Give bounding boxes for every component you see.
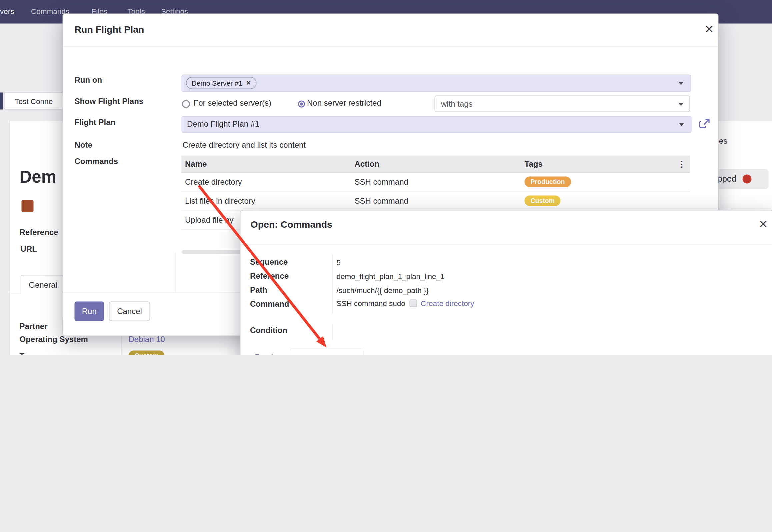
reference-label: Reference [250,272,289,281]
row-action: SSH command [355,178,408,187]
status-badge: pped [713,169,769,189]
command-value-row: SSH command sudo Create directory [337,299,474,308]
radio-selected-dot [300,103,303,106]
cancel-button-label: Cancel [117,307,142,316]
status-label-clipped: pped [718,174,737,184]
commands-label: Commands [75,157,118,166]
command-value: SSH command sudo [337,299,405,308]
row-tag-badge: Production [525,177,571,187]
commands-modal-title: Open: Commands [251,219,332,230]
run-on-field[interactable]: Demo Server #1 ✕ [182,75,691,92]
radio-for-selected-servers[interactable] [182,100,190,108]
chevron-down-icon[interactable] [679,82,684,85]
chevron-down-icon[interactable] [679,103,684,106]
radio-non-server-restricted-label[interactable]: Non server restricted [307,99,381,108]
note-label: Note [75,141,92,150]
cancel-button[interactable]: Cancel [109,302,150,321]
smart-button-clipped-label[interactable]: es [719,137,727,146]
status-dot-icon [742,175,751,184]
fields-divider-line [332,255,333,314]
tab-preview-label: Preview [255,353,283,355]
radio-for-selected-servers-label[interactable]: For selected server(s) [194,99,271,108]
radio-non-server-restricted[interactable] [298,101,305,108]
row-action: SSH command [355,197,408,206]
server-tag-label: Demo Server #1 [192,79,243,87]
nav-item-servers[interactable]: vers [0,7,14,16]
sheet-divider-line [176,253,176,292]
with-tags-value: with tags [441,100,473,109]
partner-label: Partner [20,322,48,331]
col-action[interactable]: Action [355,160,380,169]
run-button[interactable]: Run [75,302,104,321]
test-connection-label: Test Conne [15,97,53,105]
condition-divider-line [332,324,333,340]
with-tags-select[interactable]: with tags [435,96,690,112]
tab-general-label: General [29,280,57,289]
command-label: Command [250,300,289,309]
condition-label: Condition [250,326,287,335]
sequence-value: 5 [337,258,341,267]
run-on-label: Run on [75,76,102,85]
table-row[interactable]: Create directory SSH command Production [182,173,690,192]
row-name: Create directory [185,178,242,187]
chevron-down-icon[interactable] [679,123,684,126]
open-commands-modal: Open: Commands ✕ Sequence 5 Reference de… [240,210,772,355]
close-icon[interactable]: ✕ [759,219,768,230]
col-tags[interactable]: Tags [525,160,543,169]
tab-preview[interactable]: Preview [253,349,285,355]
tab-post-run-actions[interactable]: Post Run Actions [290,349,364,355]
flight-plan-value: Demo Flight Plan #1 [187,120,259,129]
tab-general[interactable]: General [21,275,66,294]
create-directory-link[interactable]: Create directory [421,299,474,308]
flight-plan-label: Flight Plan [75,118,116,127]
modal-header-divider [63,47,718,47]
url-label: URL [21,245,37,254]
server-tag-chip[interactable]: Demo Server #1 ✕ [186,77,257,89]
row-name: Upload file by [185,216,233,225]
clipped-button-fragment [0,93,3,110]
modal-header-divider [241,244,772,245]
path-label: Path [250,286,267,295]
page-title-clipped: Dem [20,167,57,187]
tags-label: Tags [20,352,38,355]
close-icon[interactable]: ✕ [705,24,714,35]
row-tag-badge: Custom [525,196,561,206]
os-value-link[interactable]: Debian 10 [129,335,165,344]
os-label: Operating System [20,335,88,344]
commands-table-header: Name Action Tags ⋮ [182,156,690,173]
test-connection-button[interactable]: Test Conne [4,93,64,110]
table-row[interactable]: List files in directory SSH command Cust… [182,192,690,211]
tags-badge[interactable]: Custom [129,351,165,355]
run-modal-title: Run Flight Plan [75,24,144,35]
row-name: List files in directory [185,197,255,206]
run-button-label: Run [82,307,97,316]
server-color-swatch[interactable] [22,200,34,212]
flight-plan-select[interactable]: Demo Flight Plan #1 [182,116,692,133]
sequence-label: Sequence [250,258,288,267]
note-text: Create directory and list its content [183,141,306,150]
col-name[interactable]: Name [185,160,207,169]
kebab-menu-icon[interactable]: ⋮ [678,160,686,169]
create-directory-checkbox[interactable] [409,300,417,307]
path-value: /such/much/{{ demo_path }} [337,286,429,295]
show-flight-plans-label: Show Flight Plans [75,97,144,106]
remove-tag-icon[interactable]: ✕ [246,80,251,87]
reference-label: Reference [20,228,58,237]
screen: vers Commands Files Tools Settings Test … [0,0,772,355]
external-link-icon[interactable] [699,118,711,130]
tab-post-run-actions-label: Post Run Actions [296,354,357,355]
reference-value: demo_flight_plan_1_plan_line_1 [337,272,445,281]
